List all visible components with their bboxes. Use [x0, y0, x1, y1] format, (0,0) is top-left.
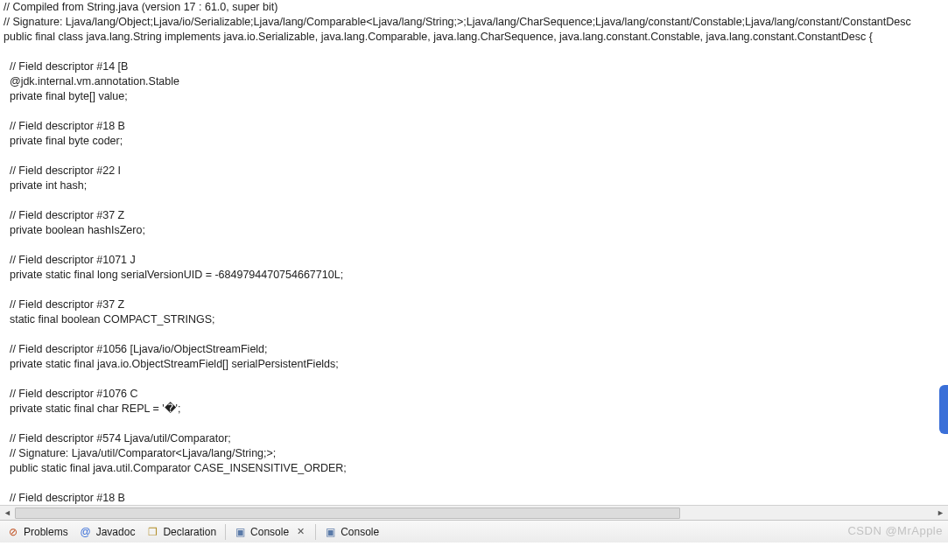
- watermark-text: CSDN @MrApple: [847, 524, 943, 537]
- console-icon: ▣: [233, 525, 247, 539]
- declaration-icon: ❐: [145, 525, 159, 539]
- code-line: // Field descriptor #18 B: [4, 491, 944, 506]
- console-icon: ▣: [323, 525, 337, 539]
- code-line: private int hash;: [4, 178, 944, 193]
- code-line: [4, 149, 944, 164]
- code-editor-viewport[interactable]: // Compiled from String.java (version 17…: [0, 0, 948, 520]
- code-line: @jdk.internal.vm.annotation.Stable: [4, 74, 944, 89]
- code-line: [4, 104, 944, 119]
- code-line: public static final java.util.Comparator…: [4, 461, 944, 476]
- code-line: [4, 193, 944, 208]
- code-line: [4, 45, 944, 60]
- code-line: // Field descriptor #37 Z: [4, 208, 944, 223]
- code-line: public final class java.lang.String impl…: [4, 30, 944, 45]
- tab-label: Console: [341, 526, 379, 538]
- views-tabbar: ⊘ Problems @ Javadoc ❐ Declaration ▣ Con…: [0, 520, 948, 542]
- code-line: private static final java.io.ObjectStrea…: [4, 357, 944, 372]
- code-line: // Field descriptor #14 [B: [4, 60, 944, 74]
- tab-javadoc[interactable]: @ Javadoc: [74, 522, 142, 542]
- scroll-left-arrow[interactable]: ◄: [0, 506, 15, 521]
- code-line: // Field descriptor #1071 J: [4, 253, 944, 268]
- code-line: // Field descriptor #18 B: [4, 119, 944, 134]
- tab-problems[interactable]: ⊘ Problems: [2, 522, 74, 542]
- code-line: [4, 416, 944, 431]
- code-line: // Compiled from String.java (version 17…: [4, 0, 944, 15]
- code-line: private final byte coder;: [4, 134, 944, 149]
- scroll-track[interactable]: [15, 506, 933, 521]
- code-line: private final byte[] value;: [4, 89, 944, 104]
- code-content: // Compiled from String.java (version 17…: [0, 0, 948, 520]
- code-line: // Field descriptor #37 Z: [4, 298, 944, 312]
- side-handle-widget[interactable]: [939, 385, 948, 434]
- tab-console-2[interactable]: ▣ Console: [319, 522, 385, 542]
- code-line: // Field descriptor #1056 [Ljava/io/Obje…: [4, 342, 944, 357]
- tab-label: Declaration: [163, 526, 216, 538]
- code-line: static final boolean COMPACT_STRINGS;: [4, 312, 944, 327]
- code-line: // Field descriptor #1076 C: [4, 387, 944, 402]
- code-line: private boolean hashIsZero;: [4, 223, 944, 238]
- tab-label: Console: [250, 526, 289, 538]
- code-line: [4, 238, 944, 253]
- code-line: [4, 372, 944, 387]
- javadoc-icon: @: [79, 525, 93, 539]
- code-line: // Field descriptor #22 I: [4, 164, 944, 178]
- tab-label: Problems: [24, 526, 68, 538]
- code-line: private static final long serialVersionU…: [4, 268, 944, 283]
- problems-icon: ⊘: [6, 525, 20, 539]
- code-line: // Signature: Ljava/lang/Object;Ljava/io…: [4, 15, 944, 30]
- code-line: private static final char REPL = '�';: [4, 402, 944, 416]
- tab-declaration[interactable]: ❐ Declaration: [141, 522, 222, 542]
- code-line: // Signature: Ljava/util/Comparator<Ljav…: [4, 446, 944, 461]
- scroll-thumb[interactable]: [15, 508, 680, 519]
- close-icon[interactable]: ✕: [294, 526, 306, 538]
- tab-label: Javadoc: [96, 526, 136, 538]
- code-line: [4, 327, 944, 342]
- tab-separator: [315, 524, 316, 540]
- horizontal-scrollbar[interactable]: ◄ ►: [0, 505, 948, 520]
- code-line: // Field descriptor #574 Ljava/util/Comp…: [4, 431, 944, 446]
- scroll-right-arrow[interactable]: ►: [933, 506, 948, 521]
- code-line: [4, 476, 944, 491]
- tab-console-active[interactable]: ▣ Console ✕: [228, 522, 312, 542]
- code-line: [4, 283, 944, 298]
- tab-separator: [225, 524, 226, 540]
